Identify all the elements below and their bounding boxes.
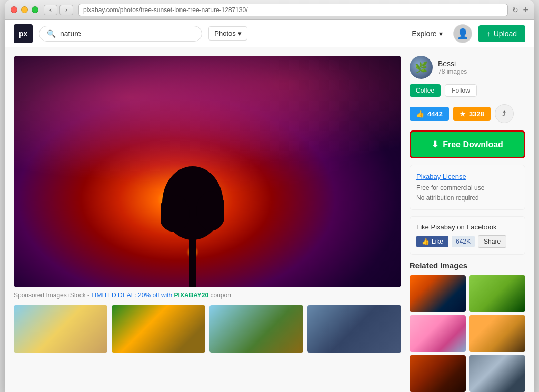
minimize-button[interactable] (21, 6, 28, 13)
stats-row: 👍 4442 ★ 3328 ⤴ (410, 104, 525, 123)
browser-window: ‹ › pixabay.com/photos/tree-sunset-lone-… (5, 0, 534, 392)
fb-buttons: 👍 Like 642K Share (416, 235, 518, 248)
new-tab-button[interactable]: + (523, 5, 528, 15)
thumbs-up-icon: 👍 (416, 110, 424, 118)
upload-icon: ↑ (487, 29, 491, 38)
maximize-button[interactable] (32, 6, 38, 13)
stars-count: 3328 (469, 110, 484, 118)
license-line-1: Free for commercial use (416, 183, 518, 193)
related-image-6[interactable] (469, 355, 525, 392)
thumbnail-3[interactable] (209, 305, 303, 353)
license-line-2: No attribution required (416, 193, 518, 203)
sponsor-bar: Sponsored Images iStock - LIMITED DEAL: … (14, 287, 401, 303)
share-button[interactable]: ⤴ (495, 104, 514, 123)
fb-title: Like Pixabay on Facebook (416, 223, 518, 231)
license-link[interactable]: Pixabay License (416, 173, 466, 180)
traffic-lights (11, 6, 38, 13)
likes-button[interactable]: 👍 4442 (410, 107, 449, 121)
explore-label: Explore (412, 29, 436, 38)
fb-like-label: Like (432, 238, 443, 245)
search-icon: 🔍 (47, 29, 56, 38)
main-image-wrapper (14, 56, 401, 287)
photos-filter[interactable]: Photos ▾ (208, 26, 247, 41)
thumbnail-2[interactable] (112, 305, 205, 353)
free-download-button[interactable]: ⬇ Free Download (410, 130, 525, 158)
star-icon: ★ (460, 110, 466, 118)
back-button[interactable]: ‹ (44, 5, 57, 15)
main-column: Sponsored Images iStock - LIMITED DEAL: … (14, 56, 401, 392)
fb-like-count: 642K (452, 236, 475, 247)
author-info: Bessi 78 images (438, 59, 467, 75)
follow-button[interactable]: Follow (445, 84, 477, 97)
related-image-5[interactable] (410, 355, 466, 392)
related-image-4[interactable] (469, 315, 525, 352)
author-actions: Coffee Follow (410, 84, 525, 97)
coupon-suffix: coupon (211, 292, 231, 299)
license-text: Free for commercial use No attribution r… (416, 183, 518, 203)
download-label: Free Download (443, 140, 503, 149)
app-header: px 🔍 Photos ▾ Explore ▾ 👤 ↑ Upload (5, 20, 534, 47)
url-text: pixabay.com/photos/tree-sunset-lone-tree… (83, 6, 248, 14)
sidebar: 🌿 Bessi 78 images Coffee Follow 👍 4442 (410, 56, 525, 392)
titlebar: ‹ › pixabay.com/photos/tree-sunset-lone-… (5, 0, 534, 20)
search-box: 🔍 (39, 26, 202, 42)
coffee-button[interactable]: Coffee (410, 84, 441, 97)
stars-button[interactable]: ★ 3328 (453, 107, 491, 121)
related-image-2[interactable] (469, 275, 525, 312)
upload-button[interactable]: ↑ Upload (478, 25, 525, 42)
author-image-count: 78 images (438, 68, 467, 75)
related-images-section: Related Images (410, 261, 525, 392)
nav-buttons: ‹ › (44, 5, 73, 15)
coupon-code: PIXABAY20 (174, 292, 209, 299)
share-icon: ⤴ (502, 110, 506, 118)
address-bar[interactable]: pixabay.com/photos/tree-sunset-lone-tree… (78, 4, 508, 16)
user-avatar[interactable]: 👤 (453, 24, 472, 43)
chevron-down-icon: ▾ (439, 29, 443, 38)
refresh-button[interactable]: ↻ (512, 6, 518, 14)
related-grid (410, 275, 525, 392)
limited-deal-link[interactable]: LIMITED DEAL: 20% off with (91, 292, 174, 299)
download-icon: ⬇ (432, 139, 438, 149)
close-button[interactable] (11, 6, 17, 13)
related-images-title: Related Images (410, 261, 525, 270)
tree-svg (161, 140, 224, 287)
explore-button[interactable]: Explore ▾ (407, 26, 446, 41)
sponsor-prefix: Sponsored Images iStock - (14, 292, 91, 299)
logo[interactable]: px (14, 24, 33, 43)
facebook-box: Like Pixabay on Facebook 👍 Like 642K Sha… (410, 216, 525, 255)
author-avatar[interactable]: 🌿 (410, 56, 433, 79)
chevron-down-icon: ▾ (238, 29, 242, 37)
fb-like-button[interactable]: 👍 Like (416, 236, 448, 247)
upload-label: Upload (494, 29, 517, 38)
likes-count: 4442 (427, 110, 443, 118)
fb-share-button[interactable]: Share (478, 235, 506, 248)
thumbnail-1[interactable] (14, 305, 107, 353)
forward-button[interactable]: › (59, 5, 73, 15)
sponsored-thumbnails (14, 305, 401, 353)
main-image[interactable] (14, 56, 401, 287)
photos-label: Photos (214, 29, 235, 37)
author-name[interactable]: Bessi (438, 59, 467, 68)
related-image-1[interactable] (410, 275, 466, 312)
search-input[interactable] (60, 29, 194, 38)
author-row: 🌿 Bessi 78 images (410, 56, 525, 79)
content-area: Sponsored Images iStock - LIMITED DEAL: … (5, 47, 534, 392)
related-image-3[interactable] (410, 315, 466, 352)
fb-thumb-icon: 👍 (422, 238, 430, 245)
thumbnail-4[interactable] (307, 305, 401, 353)
license-box: Pixabay License Free for commercial use … (410, 165, 525, 210)
